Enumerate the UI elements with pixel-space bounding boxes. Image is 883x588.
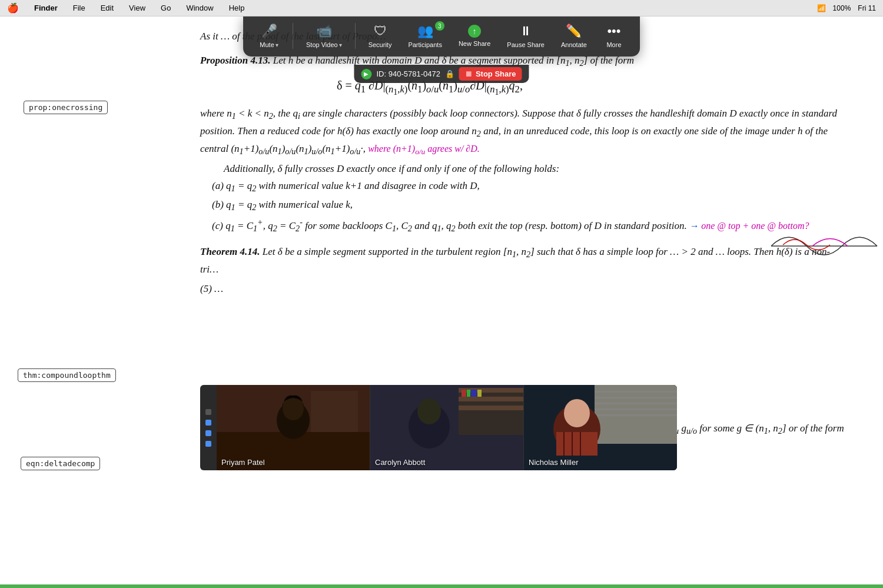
mute-label: Mute: [260, 41, 274, 48]
menubar-window[interactable]: Window: [184, 2, 215, 14]
participants-icon: 👥: [417, 24, 433, 39]
stop-share-button[interactable]: ⏹ Stop Share: [459, 67, 522, 81]
sidebar-dot-4: [205, 441, 211, 447]
pause-share-icon: ⏸: [519, 24, 532, 39]
lock-icon: 🔒: [445, 69, 454, 78]
zoom-toolbar: 🎤 Mute ▾ 📹 Stop Video ▾ 🛡 Security 👥 Par…: [243, 16, 640, 57]
annotate-button[interactable]: ✏️ Annotate: [555, 21, 593, 51]
menubar-help[interactable]: Help: [227, 2, 247, 14]
wifi-icon: 📶: [817, 4, 826, 12]
sidebar-dot-3: [205, 430, 211, 436]
menubar-edit[interactable]: Edit: [98, 2, 116, 14]
thm-text: Let δ be a simple segment supported in t…: [200, 246, 830, 275]
new-share-button[interactable]: ↑ New Share: [453, 22, 496, 49]
svg-rect-22: [595, 408, 677, 410]
bottom-bar: [0, 584, 883, 588]
battery-label: 100%: [833, 4, 851, 12]
svg-rect-20: [595, 397, 677, 398]
prop-items: (a) q1 = q2 with numerical value k+1 and…: [212, 178, 848, 235]
prop-additionally: Additionally, δ fully crosses D exactly …: [224, 161, 848, 177]
security-icon: 🛡: [374, 24, 387, 39]
share-bar: ▶ ID: 940-5781-0472 🔒 ⏹ Stop Share: [354, 65, 529, 83]
participants-badge: 3: [435, 21, 444, 31]
mute-button[interactable]: 🎤 Mute ▾: [253, 21, 286, 51]
menubar-view[interactable]: View: [127, 2, 148, 14]
stop-video-label: Stop Video: [306, 41, 338, 48]
main-content: 🎤 Mute ▾ 📹 Stop Video ▾ 🛡 Security 👥 Par…: [0, 16, 883, 588]
svg-point-29: [564, 399, 590, 427]
sidebar-dot-1: [205, 409, 211, 415]
eqn-block: (5) …: [200, 281, 848, 297]
meeting-id: ID: 940-5781-0472: [376, 69, 440, 78]
annotate-label: Annotate: [561, 41, 587, 48]
menubar-finder[interactable]: Finder: [32, 2, 60, 14]
participants-label: Participants: [408, 41, 442, 48]
prop-item-a: (a) q1 = q2 with numerical value k+1 and…: [212, 178, 848, 195]
svg-rect-3: [311, 391, 358, 432]
prop-where: where n1 < k < n2, the qi are single cha…: [200, 105, 848, 158]
pause-share-button[interactable]: ⏸ Pause Share: [501, 21, 550, 51]
new-share-icon: ↑: [468, 25, 481, 38]
stop-video-button[interactable]: 📹 Stop Video ▾: [300, 21, 348, 51]
svg-rect-25: [556, 432, 597, 456]
svg-rect-19: [595, 391, 677, 393]
participant-name-carolyn: Carolyn Abbott: [375, 458, 425, 467]
stop-record-dot: ⏹: [465, 69, 473, 78]
security-label: Security: [369, 41, 392, 48]
more-label: More: [606, 41, 621, 48]
stop-video-chevron: ▾: [339, 42, 342, 48]
more-icon: •••: [607, 24, 620, 39]
divider-1: [293, 23, 293, 49]
prop-item-b: (b) q1 = q2 with numerical value k,: [212, 197, 848, 214]
menubar-right: 📶 100% Fri 11: [817, 4, 876, 12]
video-tile-nicholas: Nicholas Miller: [523, 385, 677, 470]
annotation-arrow-2: →: [689, 221, 699, 231]
participants-button[interactable]: 👥 Participants 3: [402, 21, 447, 51]
annotate-icon: ✏️: [566, 24, 582, 39]
svg-rect-11: [462, 390, 466, 397]
video-panel: Priyam Patel Carolyn Abbott: [200, 385, 677, 470]
thm-label: thm:compoundloopthm: [18, 368, 116, 382]
prop-label: prop:onecrossing: [24, 101, 108, 114]
participant-name-nicholas: Nicholas Miller: [529, 458, 579, 467]
prop-title: Proposition 4.13.: [200, 55, 271, 66]
stop-video-icon: 📹: [316, 24, 332, 39]
mute-chevron: ▾: [275, 42, 278, 48]
menubar-file[interactable]: File: [71, 2, 88, 14]
svg-rect-14: [477, 390, 482, 397]
svg-rect-9: [459, 397, 523, 401]
video-tile-carolyn: Carolyn Abbott: [370, 385, 523, 470]
more-button[interactable]: ••• More: [597, 21, 630, 51]
sidebar-dot-2: [205, 420, 211, 426]
security-button[interactable]: 🛡 Security: [363, 21, 398, 51]
menubar: 🍎 Finder File Edit View Go Window Help 📶…: [0, 0, 883, 16]
svg-rect-12: [467, 390, 470, 397]
video-sidebar: [200, 385, 217, 470]
video-tile-priyam: Priyam Patel: [217, 385, 370, 470]
clock: Fri 11: [858, 4, 876, 12]
new-share-label: New Share: [459, 40, 490, 47]
stop-share-label: Stop Share: [476, 69, 516, 78]
svg-rect-21: [595, 403, 677, 404]
svg-rect-13: [471, 390, 477, 397]
participant-name-priyam: Priyam Patel: [221, 458, 265, 467]
mute-icon: 🎤: [261, 24, 277, 39]
theorem-block: Theorem 4.14. Let δ be a simple segment …: [200, 244, 848, 277]
sketch-area: [765, 222, 883, 270]
svg-rect-23: [595, 414, 677, 416]
apple-menu[interactable]: 🍎: [7, 2, 19, 14]
prop-item-c: (c) q1 = C1+, q2 = C2- for some backloop…: [212, 215, 848, 235]
svg-point-16: [417, 398, 441, 424]
menubar-go[interactable]: Go: [158, 2, 173, 14]
annotation-1: where (n+1)o/u agrees w/ ∂D.: [368, 144, 480, 154]
eqn-label: eqn:deltadecomp: [21, 457, 100, 470]
share-green-dot: ▶: [361, 69, 371, 79]
thm-title: Theorem 4.14.: [200, 246, 260, 257]
document-area: As it … of the proof of the last part of…: [0, 16, 883, 588]
divider-2: [355, 23, 356, 49]
svg-rect-10: [459, 406, 523, 410]
pause-share-label: Pause Share: [507, 41, 545, 48]
